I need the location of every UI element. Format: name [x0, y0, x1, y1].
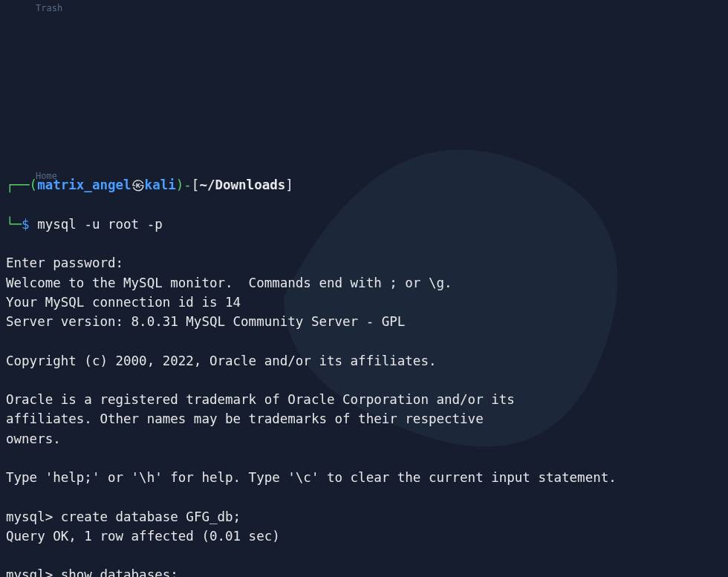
command-input[interactable]: mysql -u root -p: [30, 217, 163, 232]
prompt-paren-close: ): [176, 177, 184, 192]
prompt-host: kali: [145, 177, 176, 192]
output-line: Your MySQL connection id is 14: [6, 295, 241, 310]
prompt-corner-bot: └─: [6, 217, 22, 232]
mysql-prompt-line: mysql> create database GFG_db;: [6, 509, 241, 524]
prompt-line-2: └─$ mysql -u root -p: [6, 215, 722, 234]
output-line: owners.: [6, 431, 61, 446]
desktop-icon-trash: Trash: [36, 1, 62, 15]
mysql-prompt: mysql>: [6, 567, 61, 577]
output-line: Oracle is a registered trademark of Orac…: [6, 392, 515, 407]
cmd-text: mysql -u root -p: [37, 217, 163, 232]
skull-icon: ㉿: [131, 177, 145, 192]
output-line: Enter password:: [6, 255, 123, 270]
mysql-prompt-line: mysql> show databases;: [6, 567, 178, 577]
prompt-bracket-open: [: [192, 177, 200, 192]
mysql-prompt: mysql>: [6, 509, 61, 524]
prompt-corner: ┌──: [6, 177, 30, 192]
terminal-output[interactable]: ┌──(matrix_angel㉿kali)-[~/Downloads] └─$…: [0, 175, 728, 577]
prompt-user: matrix_angel: [37, 177, 131, 192]
prompt-dollar: $: [22, 217, 30, 232]
prompt-path: ~/Downloads: [199, 177, 285, 192]
output-line: Query OK, 1 row affected (0.01 sec): [6, 529, 280, 544]
mysql-cmd[interactable]: create database GFG_db;: [61, 509, 241, 524]
output-line: Welcome to the MySQL monitor. Commands e…: [6, 276, 452, 290]
output-line: Server version: 8.0.31 MySQL Community S…: [6, 314, 405, 329]
prompt-dash: -: [183, 177, 192, 192]
output-line: Type 'help;' or '\h' for help. Type '\c'…: [6, 470, 617, 485]
output-line: Copyright (c) 2000, 2022, Oracle and/or …: [6, 353, 436, 368]
prompt-line-1: ┌──(matrix_angel㉿kali)-[~/Downloads]: [6, 175, 722, 195]
mysql-cmd[interactable]: show databases;: [61, 567, 178, 577]
prompt-paren-open: (: [30, 177, 38, 192]
output-line: affiliates. Other names may be trademark…: [6, 411, 484, 426]
prompt-bracket-close: ]: [285, 177, 293, 192]
